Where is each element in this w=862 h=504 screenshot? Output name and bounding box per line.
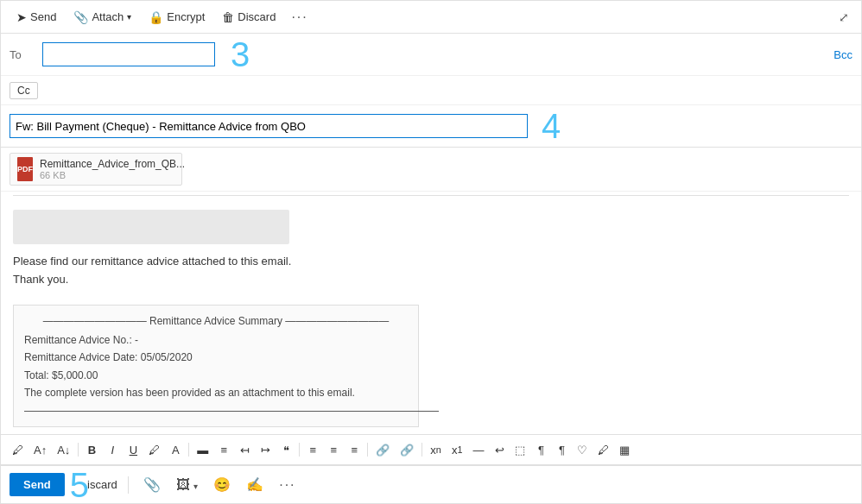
fmt-sep3 <box>299 443 300 457</box>
discard-button[interactable]: 🗑 Discard <box>215 7 282 28</box>
attach-dropdown-icon: ▾ <box>127 12 131 22</box>
send-label: Send <box>30 10 56 23</box>
attachment-type: PDF <box>17 165 33 173</box>
to-row: To 3 Bcc <box>1 34 861 76</box>
block-quote-btn[interactable]: ▬ <box>193 440 212 459</box>
remittance-title: —————————— Remittance Advice Summary ———… <box>24 312 408 330</box>
bottom-discard-label: iscard <box>87 478 117 491</box>
fmt-sep5 <box>421 443 422 457</box>
body-line1: Please find our remittance advice attach… <box>13 253 849 271</box>
remittance-line3: Total: $5,000.00 <box>24 367 408 384</box>
font-style-btn[interactable]: 🖊 <box>8 440 28 459</box>
top-toolbar: ➤ Send 📎 Attach ▾ 🔒 Encrypt 🗑 Discard ··… <box>1 1 861 34</box>
superscript-btn[interactable]: xn <box>426 440 446 459</box>
step5-label: 5 <box>70 468 89 502</box>
attachment-file-icon: PDF <box>17 157 33 181</box>
remove-link-btn[interactable]: 🔗 <box>396 440 418 459</box>
send-icon: ➤ <box>16 10 27 24</box>
attachment-item[interactable]: PDF Remittance_Advice_from_QB... 66 KB <box>10 153 182 186</box>
indent-decrease-btn[interactable]: ↤ <box>235 440 254 459</box>
highlight-btn[interactable]: 🖊 <box>144 440 164 459</box>
attachment-row: PDF Remittance_Advice_from_QB... 66 KB <box>1 148 861 192</box>
attachment-size: 66 KB <box>40 170 185 180</box>
remittance-divider: ———————————————————————————————————————— <box>24 402 408 419</box>
encrypt-label: Encrypt <box>167 10 205 23</box>
remittance-summary-box: —————————— Remittance Advice Summary ———… <box>13 305 419 427</box>
subscript-btn[interactable]: x1 <box>447 440 467 459</box>
insert-dropdown-icon: 🖼 <box>176 477 190 492</box>
attachment-info: Remittance_Advice_from_QB... 66 KB <box>40 158 185 180</box>
discard-icon: 🗑 <box>222 10 234 24</box>
underline-btn[interactable]: U <box>124 440 143 459</box>
to-input[interactable] <box>42 42 215 66</box>
bottom-bar: Send 5 iscard 📎 🖼 ▾ 😊 ✍ ··· <box>1 465 861 503</box>
remittance-line2: Remittance Advice Date: 05/05/2020 <box>24 349 408 366</box>
table-btn[interactable]: ▦ <box>615 440 634 459</box>
align-left-btn[interactable]: ≡ <box>303 440 322 459</box>
attachment-name: Remittance_Advice_from_QB... <box>40 158 185 170</box>
attach-icon: 📎 <box>73 10 88 24</box>
encrypt-button[interactable]: 🔒 Encrypt <box>142 7 212 28</box>
subject-input[interactable] <box>10 114 528 138</box>
bottom-insert-button[interactable]: 🖼 ▾ <box>172 475 202 495</box>
heart-btn[interactable]: ♡ <box>573 440 592 459</box>
remittance-line4: The complete version has been provided a… <box>24 384 408 401</box>
clear-format-btn[interactable]: ¶ <box>552 440 571 459</box>
strikethrough-btn[interactable]: — <box>468 440 488 459</box>
subject-row: 4 <box>1 105 861 147</box>
bottom-attach-button[interactable]: 📎 <box>139 474 165 495</box>
quote-btn[interactable]: ❝ <box>276 440 295 459</box>
format-toolbar: 🖊 A↑ A↓ B I U 🖊 A ▬ ≡ ↤ ↦ ❝ ≡ ≡ ≡ 🔗 🔗 xn… <box>1 434 861 465</box>
more-options-button[interactable]: ··· <box>286 6 313 28</box>
signature-button[interactable]: ✍ <box>242 474 268 495</box>
cc-label: Cc <box>17 85 30 97</box>
send-button[interactable]: ➤ Send <box>10 7 63 28</box>
bullet-list-btn[interactable]: ≡ <box>214 440 233 459</box>
insert-arrow: ▾ <box>193 482 198 491</box>
step3-label: 3 <box>231 37 250 72</box>
bold-btn[interactable]: B <box>82 440 101 459</box>
paragraph-btn[interactable]: ¶ <box>531 440 550 459</box>
bottom-send-button[interactable]: Send <box>10 473 65 496</box>
emoji-button[interactable]: 😊 <box>209 474 235 495</box>
cc-button[interactable]: Cc <box>10 82 38 99</box>
italic-btn[interactable]: I <box>103 440 122 459</box>
to-label: To <box>10 48 35 61</box>
attach-button[interactable]: 📎 Attach ▾ <box>67 7 138 28</box>
align-center-btn[interactable]: ≡ <box>324 440 343 459</box>
step4-label: 4 <box>542 109 561 143</box>
discard-label: Discard <box>238 10 276 23</box>
fmt-sep4 <box>367 443 368 457</box>
indent-increase-btn[interactable]: ↦ <box>256 440 275 459</box>
bcc-button[interactable]: Bcc <box>833 48 852 61</box>
insert-link-btn[interactable]: 🔗 <box>371 440 394 459</box>
draw-btn[interactable]: 🖊 <box>593 440 613 459</box>
bottom-more-button[interactable]: ··· <box>275 475 300 495</box>
body-text: Please find our remittance advice attach… <box>1 244 861 298</box>
font-size-increase-btn[interactable]: A↑ <box>29 440 51 459</box>
font-color-btn[interactable]: A <box>166 440 185 459</box>
attach-label: Attach <box>92 10 124 23</box>
fmt-sep1 <box>78 443 79 457</box>
body-line2: Thank you. <box>13 271 849 289</box>
body-divider <box>13 195 849 196</box>
insert-picture-btn[interactable]: ⬚ <box>510 440 529 459</box>
encrypt-icon: 🔒 <box>149 10 163 24</box>
bottom-sep1 <box>128 476 129 494</box>
fmt-sep2 <box>188 443 189 457</box>
body-area: Please find our remittance advice attach… <box>1 192 861 434</box>
header-fields: To 3 Bcc Cc 4 <box>1 34 861 148</box>
cc-row: Cc <box>1 76 861 105</box>
undo-btn[interactable]: ↩ <box>490 440 509 459</box>
email-compose-window: ➤ Send 📎 Attach ▾ 🔒 Encrypt 🗑 Discard ··… <box>0 0 862 504</box>
expand-window-button[interactable]: ⤢ <box>835 7 852 28</box>
font-size-decrease-btn[interactable]: A↓ <box>53 440 74 459</box>
remittance-line1: Remittance Advice No.: - <box>24 331 408 349</box>
align-right-btn[interactable]: ≡ <box>345 440 364 459</box>
image-placeholder <box>13 210 289 244</box>
